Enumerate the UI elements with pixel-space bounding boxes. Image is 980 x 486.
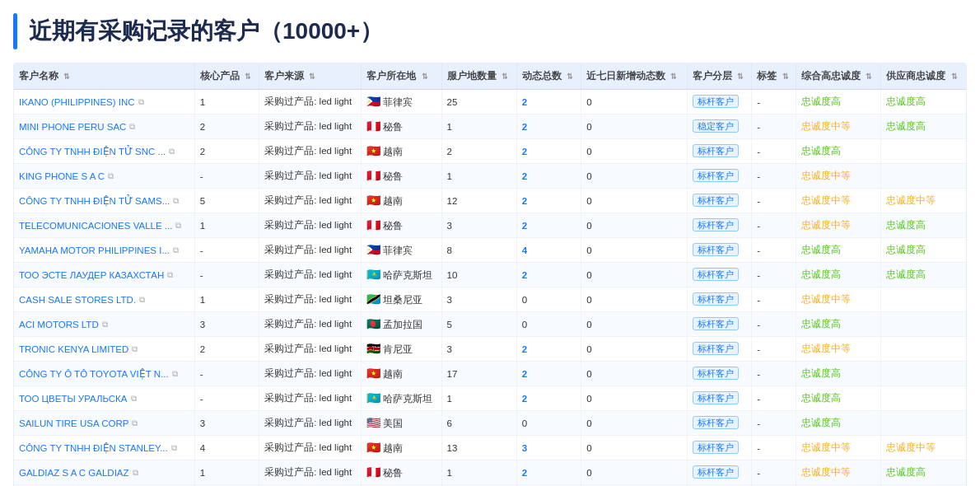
cell-name: TRONIC KENYA LIMITED ⧉ [14, 337, 194, 362]
cell-segment: 标杆客户 [687, 189, 752, 213]
cell-new-7day: 0 [581, 238, 688, 263]
copy-icon[interactable]: ⧉ [172, 369, 178, 379]
cell-core-product: 4 [194, 436, 259, 460]
cell-supplier-count: 5 [441, 312, 516, 337]
cell-segment: 稳定客户 [687, 114, 752, 139]
cell-loyalty-overall: 忠诚度中等 [796, 189, 881, 213]
table-body: IKANO (PHILIPPINES) INC ⧉ 1 采购过产品: led l… [14, 90, 966, 487]
col-dynamic-total[interactable]: 动态总数 ⇅ [516, 63, 581, 90]
col-source[interactable]: 客户来源 ⇅ [259, 63, 362, 90]
cell-segment: 标杆客户 [687, 362, 752, 386]
cell-segment: 标杆客户 [687, 213, 752, 238]
cell-tag: - [752, 337, 796, 362]
table-row: TELECOMUNICACIONES VALLE ... ⧉ 1 采购过产品: … [14, 213, 966, 238]
cell-supplier-count: 25 [441, 90, 516, 114]
sort-icon-segment: ⇅ [737, 72, 744, 81]
cell-location: 🇻🇳越南 [362, 436, 441, 460]
copy-icon[interactable]: ⧉ [175, 221, 181, 231]
sort-icon-loyalty-overall: ⇅ [866, 72, 872, 81]
col-core-product[interactable]: 核心产品 ⇅ [194, 63, 259, 90]
table-row: SAILUN TIRE USA CORP ⧉ 3 采购过产品: led ligh… [14, 411, 966, 436]
cell-supplier-count: 3 [441, 213, 516, 238]
col-new-7day[interactable]: 近七日新增动态数 ⇅ [581, 63, 688, 90]
cell-location: 🇻🇳越南 [362, 189, 441, 213]
cell-loyalty-overall: 忠诚度高 [796, 263, 881, 287]
table-row: YAMAHA MOTOR PHILIPPINES I... ⧉ - 采购过产品:… [14, 238, 966, 263]
col-name[interactable]: 客户名称 ⇅ [14, 63, 194, 90]
col-loyalty-supplier[interactable]: 供应商忠诚度 ⇅ [881, 63, 966, 90]
cell-tag: - [752, 362, 796, 386]
col-tag[interactable]: 标签 ⇅ [752, 63, 796, 90]
cell-core-product: 2 [194, 337, 259, 362]
cell-loyalty-overall: 忠诚度高 [796, 411, 881, 436]
table-row: CÔNG TY TNHH ĐIỆN TỬ SNC ... ⧉ 2 采购过产品: … [14, 139, 966, 164]
cell-name: CASH SALE STORES LTD. ⧉ [14, 287, 194, 312]
cell-name: CÔNG TY TNHH ĐIỆN STANLEY... ⧉ [14, 436, 194, 460]
cell-new-7day: 0 [581, 189, 688, 213]
cell-name: CÔNG TY TNHH ĐIỆN TỬ SNC ... ⧉ [14, 139, 194, 164]
cell-new-7day: 0 [581, 411, 688, 436]
cell-source: 采购过产品: led light [259, 263, 362, 287]
cell-core-product: 2 [194, 139, 259, 164]
cell-location: 🇺🇸美国 [362, 411, 441, 436]
cell-loyalty-overall: 忠诚度中等 [796, 337, 881, 362]
cell-loyalty-supplier [881, 386, 966, 411]
sort-icon-core: ⇅ [245, 72, 251, 81]
copy-icon[interactable]: ⧉ [133, 468, 138, 478]
sort-icon-location: ⇅ [422, 72, 428, 81]
cell-loyalty-overall: 忠诚度高 [796, 90, 881, 114]
cell-segment: 标杆客户 [687, 238, 752, 263]
cell-source: 采购过产品: led light [259, 386, 362, 411]
col-segment[interactable]: 客户分层 ⇅ [687, 63, 752, 90]
cell-new-7day: 0 [581, 263, 688, 287]
cell-loyalty-overall: 忠诚度高 [796, 362, 881, 386]
copy-icon[interactable]: ⧉ [102, 320, 108, 329]
copy-icon[interactable]: ⧉ [167, 270, 173, 280]
copy-icon[interactable]: ⧉ [131, 394, 137, 404]
cell-segment: 标杆客户 [687, 312, 752, 337]
cell-dynamic-total: 4 [516, 238, 581, 263]
cell-core-product: - [194, 238, 259, 263]
copy-icon[interactable]: ⧉ [173, 196, 179, 206]
col-location[interactable]: 客户所在地 ⇅ [362, 63, 441, 90]
cell-source: 采购过产品: led light [259, 114, 362, 139]
cell-loyalty-supplier: 忠诚度中等 [881, 189, 966, 213]
cell-new-7day: 0 [581, 386, 688, 411]
table-row: KING PHONE S A C ⧉ - 采购过产品: led light 🇵🇪… [14, 164, 966, 189]
cell-dynamic-total: 2 [516, 114, 581, 139]
cell-supplier-count: 1 [441, 460, 516, 485]
cell-supplier-count: 6 [441, 411, 516, 436]
col-supplier-count[interactable]: 服户地数量 ⇅ [441, 63, 516, 90]
cell-name: GALDIAZ S A C GALDIAZ ⧉ [14, 460, 194, 485]
cell-tag: - [752, 436, 796, 460]
copy-icon[interactable]: ⧉ [173, 245, 179, 255]
cell-dynamic-total: 2 [516, 460, 581, 485]
cell-tag: - [752, 238, 796, 263]
copy-icon[interactable]: ⧉ [139, 295, 145, 305]
cell-loyalty-supplier: 忠诚度高 [881, 263, 966, 287]
cell-loyalty-supplier: 忠诚度高 [881, 460, 966, 485]
cell-name: SAILUN TIRE USA CORP ⧉ [14, 411, 194, 436]
cell-dynamic-total: 2 [516, 164, 581, 189]
sort-icon-name: ⇅ [63, 72, 70, 81]
cell-source: 采购过产品: led light [259, 189, 362, 213]
copy-icon[interactable]: ⧉ [129, 122, 135, 132]
copy-icon[interactable]: ⧉ [132, 344, 138, 354]
cell-dynamic-total: 3 [516, 436, 581, 460]
copy-icon[interactable]: ⧉ [171, 443, 177, 453]
sort-icon-source: ⇅ [309, 72, 315, 81]
cell-location: 🇵🇪秘鲁 [362, 460, 441, 485]
cell-supplier-count: 17 [441, 362, 516, 386]
cell-loyalty-overall: 忠诚度高 [796, 238, 881, 263]
table-row: CÔNG TY Ô TÔ TOYOTA VIỆT N... ⧉ - 采购过产品:… [14, 362, 966, 386]
cell-name: IKANO (PHILIPPINES) INC ⧉ [14, 90, 194, 114]
col-loyalty-overall[interactable]: 综合高忠诚度 ⇅ [796, 63, 881, 90]
copy-icon[interactable]: ⧉ [138, 97, 144, 107]
copy-icon[interactable]: ⧉ [108, 171, 114, 181]
copy-icon[interactable]: ⧉ [169, 147, 175, 157]
cell-name: TELECOMUNICACIONES VALLE ... ⧉ [14, 213, 194, 238]
copy-icon[interactable]: ⧉ [132, 418, 138, 428]
cell-dynamic-total: 0 [516, 312, 581, 337]
cell-tag: - [752, 139, 796, 164]
cell-segment: 标杆客户 [687, 337, 752, 362]
